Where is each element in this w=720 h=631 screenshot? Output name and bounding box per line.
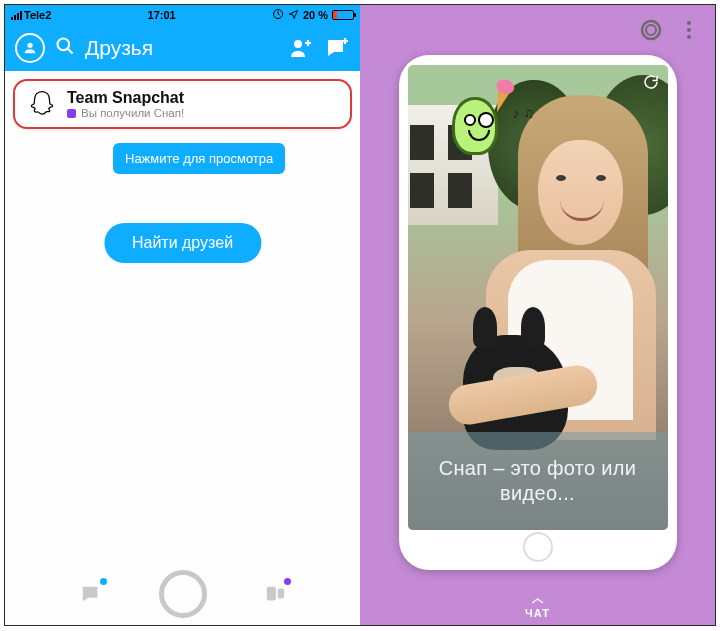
search-icon[interactable] — [55, 36, 75, 60]
header: Друзья — [5, 25, 360, 71]
phone-mockup: ♪ ♫ Снап – это фото или видео... — [399, 55, 677, 570]
ring-icon[interactable] — [639, 18, 663, 42]
svg-point-11 — [687, 35, 691, 39]
viewer-header — [360, 5, 715, 55]
signal-icon — [11, 11, 22, 20]
more-icon[interactable] — [677, 18, 701, 42]
svg-rect-6 — [277, 589, 283, 599]
chat-title: Team Snapchat — [67, 89, 184, 107]
add-friend-icon[interactable] — [288, 35, 314, 61]
svg-point-8 — [646, 25, 656, 35]
snap-indicator-icon — [67, 109, 76, 118]
svg-point-9 — [687, 21, 691, 25]
ghost-icon — [27, 89, 57, 119]
battery-icon — [332, 10, 354, 20]
swipe-up-chat[interactable]: ЧАТ — [525, 596, 550, 619]
page-title: Друзья — [85, 36, 278, 60]
bottom-nav — [5, 563, 360, 625]
svg-point-7 — [642, 21, 660, 39]
chevron-up-icon — [529, 596, 545, 606]
find-friends-button[interactable]: Найти друзей — [104, 223, 261, 263]
camera-shutter-button[interactable] — [159, 570, 207, 618]
sticker-icon — [448, 85, 508, 163]
battery-percent: 20 % — [303, 9, 328, 21]
clock: 17:01 — [148, 9, 176, 21]
rotation-lock-icon — [272, 8, 284, 22]
chat-label-text: ЧАТ — [525, 607, 550, 619]
location-icon — [288, 9, 299, 22]
svg-point-2 — [58, 39, 70, 51]
hint-tooltip[interactable]: Нажмите для просмотра — [113, 143, 285, 174]
snap-viewer-screen: ♪ ♫ Снап – это фото или видео... ЧАТ — [360, 5, 715, 625]
svg-line-3 — [68, 49, 73, 54]
chat-list-item-team-snapchat[interactable]: Team Snapchat Вы получили Cнап! — [13, 79, 352, 129]
svg-rect-5 — [266, 587, 275, 601]
chat-tab-icon[interactable] — [77, 580, 105, 608]
svg-point-10 — [687, 28, 691, 32]
chat-subtitle: Вы получили Cнап! — [81, 107, 184, 119]
new-chat-icon[interactable] — [324, 35, 350, 61]
stories-tab-icon[interactable] — [261, 580, 289, 608]
caption-text: Снап – это фото или видео... — [422, 456, 654, 506]
home-button-icon — [523, 532, 553, 562]
status-bar: Tele2 17:01 20 % — [5, 5, 360, 25]
svg-point-1 — [27, 43, 32, 48]
snap-caption: Снап – это фото или видео... — [408, 432, 668, 530]
svg-point-4 — [294, 40, 302, 48]
reload-icon[interactable] — [642, 73, 660, 91]
snap-content[interactable]: ♪ ♫ Снап – это фото или видео... — [408, 65, 668, 530]
carrier-label: Tele2 — [24, 9, 51, 21]
music-notes-icon: ♪ ♫ — [513, 105, 534, 121]
friends-screen: Tele2 17:01 20 % Друзья — [5, 5, 360, 625]
profile-avatar[interactable] — [15, 33, 45, 63]
